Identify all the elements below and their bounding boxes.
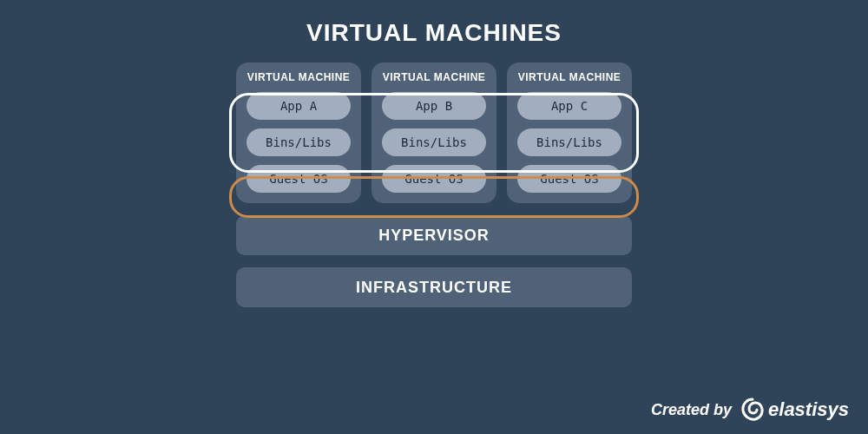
- vm-header: VIRTUAL MACHINE: [518, 71, 621, 83]
- vm-column-1: VIRTUAL MACHINE App A Bins/Libs Guest OS: [236, 62, 361, 203]
- infrastructure-layer: INFRASTRUCTURE: [236, 267, 632, 307]
- vm-column-2: VIRTUAL MACHINE App B Bins/Libs Guest OS: [372, 62, 496, 203]
- libs-pill: Bins/Libs: [517, 128, 621, 156]
- libs-pill: Bins/Libs: [382, 128, 486, 156]
- vm-row: VIRTUAL MACHINE App A Bins/Libs Guest OS…: [236, 62, 632, 203]
- created-by-label: Created by: [651, 401, 732, 419]
- swirl-icon: [740, 398, 765, 422]
- guest-os-pill: Guest OS: [517, 165, 621, 193]
- vm-header: VIRTUAL MACHINE: [383, 71, 486, 83]
- vm-header: VIRTUAL MACHINE: [247, 71, 351, 83]
- diagram-title: VIRTUAL MACHINES: [0, 0, 868, 47]
- guest-os-pill: Guest OS: [247, 165, 351, 193]
- attribution-footer: Created by elastisys: [651, 398, 849, 422]
- brand-name: elastisys: [768, 398, 849, 421]
- app-pill: App C: [517, 92, 621, 120]
- diagram-stack: VIRTUAL MACHINE App A Bins/Libs Guest OS…: [0, 62, 868, 307]
- app-pill: App B: [382, 92, 486, 120]
- brand-logo: elastisys: [740, 398, 849, 422]
- app-pill: App A: [247, 92, 351, 120]
- hypervisor-layer: HYPERVISOR: [236, 215, 632, 255]
- guest-os-pill: Guest OS: [382, 165, 486, 193]
- libs-pill: Bins/Libs: [247, 128, 351, 156]
- vm-column-3: VIRTUAL MACHINE App C Bins/Libs Guest OS: [507, 62, 632, 203]
